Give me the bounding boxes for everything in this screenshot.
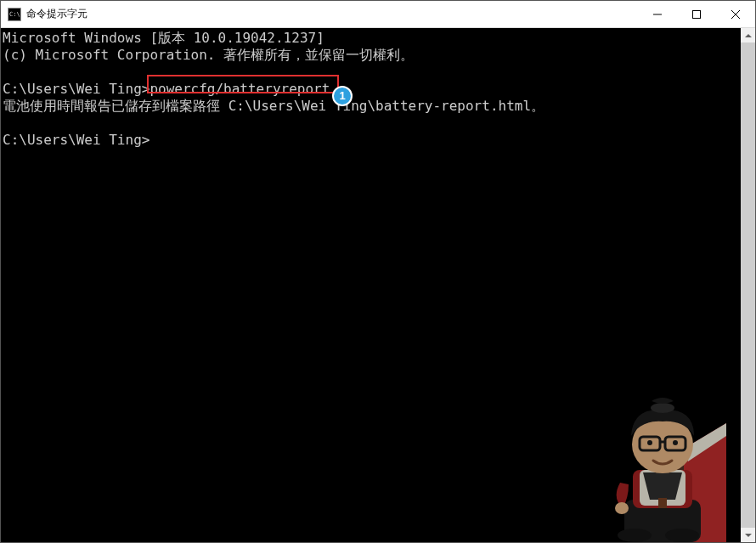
scroll-up-button[interactable]: [741, 28, 755, 42]
svg-point-20: [615, 502, 629, 514]
vertical-scrollbar[interactable]: [741, 28, 755, 542]
terminal-line: (c) Microsoft Corporation. 著作權所有，並保留一切權利…: [3, 47, 414, 63]
svg-rect-16: [665, 437, 685, 450]
maximize-button[interactable]: [677, 1, 716, 27]
svg-rect-15: [640, 437, 660, 450]
svg-rect-4: [675, 449, 726, 542]
svg-point-14: [651, 403, 674, 413]
svg-rect-10: [633, 470, 692, 508]
svg-rect-11: [640, 470, 685, 506]
callout-badge: 1: [332, 86, 353, 106]
scroll-down-button[interactable]: [741, 528, 755, 542]
terminal-line: Microsoft Windows [版本 10.0.19042.1237]: [3, 30, 324, 46]
svg-point-18: [647, 440, 652, 445]
window-title: 命令提示字元: [26, 7, 638, 21]
svg-rect-7: [624, 500, 701, 542]
terminal[interactable]: Microsoft Windows [版本 10.0.19042.1237] (…: [1, 28, 741, 542]
window-controls: [638, 1, 755, 27]
command-prompt-window: C:\ 命令提示字元 Microsoft Windows [版本 10.0.19…: [0, 0, 756, 543]
titlebar[interactable]: C:\ 命令提示字元: [1, 1, 755, 28]
minimize-button[interactable]: [638, 1, 677, 27]
terminal-line: 電池使用時間報告已儲存到檔案路徑 C:\Users\Wei Ting\batte…: [3, 98, 544, 114]
svg-point-13: [632, 416, 693, 473]
terminal-area: Microsoft Windows [版本 10.0.19042.1237] (…: [1, 28, 755, 542]
cmd-icon: C:\: [8, 8, 21, 21]
svg-point-8: [618, 529, 652, 542]
terminal-command: powercfg/batteryreport: [150, 81, 330, 97]
scroll-thumb[interactable]: [741, 42, 755, 528]
avatar-watermark: [582, 389, 726, 542]
svg-marker-5: [684, 423, 726, 542]
svg-marker-6: [684, 423, 726, 461]
svg-point-9: [665, 529, 699, 542]
svg-marker-21: [745, 34, 752, 37]
terminal-prompt: C:\Users\Wei Ting>: [3, 81, 150, 97]
terminal-prompt: C:\Users\Wei Ting>: [3, 132, 150, 148]
svg-rect-12: [658, 498, 667, 508]
svg-point-19: [673, 440, 678, 445]
close-button[interactable]: [716, 1, 755, 27]
svg-marker-22: [745, 534, 752, 537]
svg-rect-1: [693, 10, 701, 18]
